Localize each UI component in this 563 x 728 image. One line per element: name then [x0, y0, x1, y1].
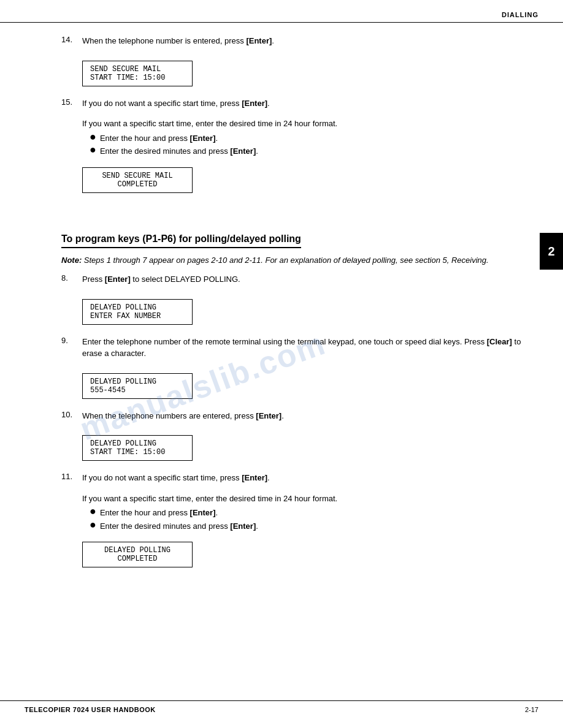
bullet-item: ● Enter the hour and press [Enter].: [90, 132, 526, 145]
lcd-step10: DELAYED POLLING START TIME: 15:00: [82, 435, 193, 461]
bullet-item: ● Enter the desired minutes and press [E…: [90, 145, 526, 157]
note-text: Note: Steps 1 through 7 appear on pages …: [61, 254, 526, 267]
step-9: 9. Enter the telephone number of the rem…: [61, 336, 526, 360]
side-tab-label: 2: [548, 245, 554, 259]
page-footer: TELECOPIER 7024 USER HANDBOOK 2-17: [0, 700, 563, 713]
lcd-step15: SEND SECURE MAIL COMPLETED: [82, 167, 193, 193]
step-14-number: 14.: [61, 35, 79, 44]
lcd-step11: DELAYED POLLING COMPLETED: [82, 542, 193, 567]
lcd-step8-line2: ENTER FAX NUMBER: [90, 312, 185, 320]
step-8: 8. Press [Enter] to select DELAYED POLLI…: [61, 273, 526, 286]
step-14: 14. When the telephone number is entered…: [61, 35, 526, 47]
step-9-text: Enter the telephone number of the remote…: [82, 336, 526, 360]
lcd-step14: SEND SECURE MAIL START TIME: 15:00: [82, 61, 193, 86]
step-10-text: When the telephone numbers are entered, …: [82, 410, 526, 422]
step-8-number: 8.: [61, 273, 79, 282]
step-11-text: If you do not want a specific start time…: [82, 472, 526, 484]
page-header: DIALLING: [0, 0, 563, 23]
lcd-step15-line2: COMPLETED: [90, 180, 185, 189]
step-15-subtext: If you want a specific start time, enter…: [82, 118, 526, 130]
bullet-text-1: Enter the hour and press [Enter].: [100, 132, 218, 145]
lcd-step8-line1: DELAYED POLLING: [90, 303, 185, 312]
side-tab: 2: [540, 233, 563, 270]
lcd-step9: DELAYED POLLING 555-4545: [82, 373, 193, 399]
step-15: 15. If you do not want a specific start …: [61, 97, 526, 110]
lcd-step14-line1: SEND SECURE MAIL: [90, 65, 185, 74]
lcd-step9-line2: 555-4545: [90, 386, 185, 395]
bullet-dot-4: ●: [90, 519, 96, 530]
lcd-step11-line2: COMPLETED: [90, 555, 185, 563]
bullet-text-4: Enter the desired minutes and press [Ent…: [100, 520, 258, 533]
lcd-step15-line1: SEND SECURE MAIL: [90, 172, 185, 180]
step-11-number: 11.: [61, 472, 79, 481]
section-heading: To program keys (P1-P6) for polling/dela…: [61, 233, 301, 248]
page: DIALLING 2 manualslib.com 14. When the t…: [0, 0, 563, 728]
step-11: 11. If you do not want a specific start …: [61, 472, 526, 484]
step-10: 10. When the telephone numbers are enter…: [61, 410, 526, 422]
bullet-item: ● Enter the hour and press [Enter].: [90, 507, 526, 519]
step-15-bullets: ● Enter the hour and press [Enter]. ● En…: [90, 132, 526, 157]
step-11-subtext: If you want a specific start time, enter…: [82, 493, 526, 505]
step-15-number: 15.: [61, 97, 79, 107]
footer-right: 2-17: [525, 706, 538, 713]
footer-left: TELECOPIER 7024 USER HANDBOOK: [25, 706, 156, 713]
bullet-dot-2: ●: [90, 144, 96, 155]
lcd-step11-line1: DELAYED POLLING: [90, 546, 185, 555]
main-content: 14. When the telephone number is entered…: [0, 23, 563, 585]
step-11-subsection: If you want a specific start time, enter…: [82, 493, 526, 533]
bullet-dot-3: ●: [90, 506, 96, 517]
bullet-item: ● Enter the desired minutes and press [E…: [90, 520, 526, 533]
section-heading-container: To program keys (P1-P6) for polling/dela…: [61, 216, 526, 254]
lcd-step10-line1: DELAYED POLLING: [90, 439, 185, 448]
header-title: DIALLING: [502, 11, 538, 18]
lcd-step14-line2: START TIME: 15:00: [90, 74, 185, 82]
step-11-bullets: ● Enter the hour and press [Enter]. ● En…: [90, 507, 526, 532]
lcd-step10-line2: START TIME: 15:00: [90, 448, 185, 457]
step-9-number: 9.: [61, 336, 79, 345]
lcd-step8: DELAYED POLLING ENTER FAX NUMBER: [82, 299, 193, 325]
bullet-dot-1: ●: [90, 131, 96, 142]
step-15-subsection: If you want a specific start time, enter…: [82, 118, 526, 157]
step-10-number: 10.: [61, 410, 79, 419]
step-14-text: When the telephone number is entered, pr…: [82, 35, 526, 47]
step-15-text: If you do not want a specific start time…: [82, 97, 526, 110]
step-8-text: Press [Enter] to select DELAYED POLLING.: [82, 273, 526, 286]
lcd-step9-line1: DELAYED POLLING: [90, 377, 185, 386]
bullet-text-2: Enter the desired minutes and press [Ent…: [100, 145, 258, 157]
bullet-text-3: Enter the hour and press [Enter].: [100, 507, 218, 519]
